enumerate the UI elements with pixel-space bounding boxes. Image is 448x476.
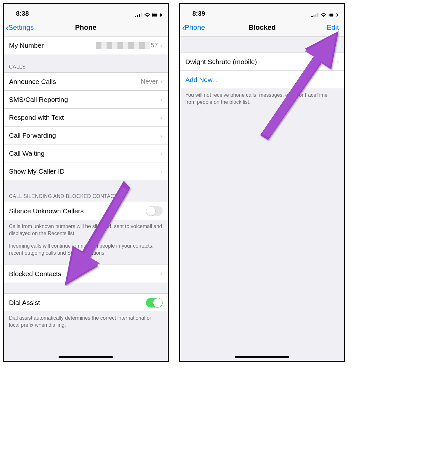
my-number-label: My Number (9, 42, 96, 49)
respond-with-text-row[interactable]: Respond with Text › (4, 108, 168, 126)
chevron-right-icon: › (160, 150, 163, 157)
battery-icon (152, 13, 162, 17)
blocked-entry-label: Dwight Schrute (mobile) (185, 58, 337, 66)
show-caller-id-row[interactable]: Show My Caller ID › (4, 162, 168, 180)
nav-bar: ‹ Settings Phone (4, 19, 168, 37)
dial-assist-row[interactable]: Dial Assist (4, 293, 168, 311)
chevron-right-icon: › (160, 132, 163, 139)
silence-unknown-label: Silence Unknown Callers (9, 207, 146, 215)
call-waiting-row[interactable]: Call Waiting › (4, 144, 168, 162)
call-forwarding-label: Call Forwarding (9, 132, 160, 139)
silence-toggle[interactable] (146, 206, 163, 216)
nav-bar: ‹ Phone Blocked Edit (180, 19, 344, 37)
redacted-number (96, 42, 150, 49)
svg-rect-12 (317, 13, 318, 17)
chevron-right-icon: › (160, 42, 163, 49)
silence-footer-2: Incoming calls will continue to ring fro… (4, 241, 168, 261)
chevron-right-icon: › (160, 270, 163, 277)
screenshot-right: 8:39 ‹ Phone Blocked Edit Dwight Schrute… (179, 3, 345, 362)
status-bar: 8:39 (180, 4, 344, 19)
add-new-row[interactable]: Add New... (180, 70, 344, 88)
svg-rect-10 (313, 15, 315, 17)
svg-rect-0 (135, 16, 136, 17)
svg-rect-2 (139, 14, 140, 17)
respond-with-text-label: Respond with Text (9, 114, 160, 121)
svg-rect-9 (311, 16, 313, 17)
svg-rect-15 (337, 14, 338, 16)
cellular-icon (311, 13, 318, 17)
announce-calls-value: Never (141, 78, 158, 85)
call-forwarding-row[interactable]: Call Forwarding › (4, 126, 168, 144)
blocked-contacts-label: Blocked Contacts (9, 270, 160, 278)
status-bar: 8:38 (4, 4, 168, 19)
my-number-row[interactable]: My Number 57 › (4, 37, 168, 54)
back-button[interactable]: ‹ Settings (6, 23, 34, 32)
home-indicator (59, 356, 113, 358)
status-icons (311, 13, 338, 17)
silence-section-header: CALL SILENCING AND BLOCKED CONTACTS (4, 180, 168, 202)
wifi-icon (144, 13, 150, 17)
status-time: 8:38 (10, 10, 29, 17)
my-number-value: 57 (96, 42, 158, 49)
back-label: Phone (185, 23, 205, 32)
svg-rect-1 (137, 15, 138, 17)
svg-rect-14 (330, 14, 333, 17)
home-indicator (235, 356, 289, 358)
svg-rect-5 (153, 14, 157, 17)
announce-calls-row[interactable]: Announce Calls Never › (4, 72, 168, 90)
back-label: Settings (8, 23, 34, 32)
chevron-right-icon: › (160, 168, 163, 175)
dial-assist-label: Dial Assist (9, 299, 146, 307)
chevron-right-icon: › (337, 58, 339, 65)
blocked-contacts-row[interactable]: Blocked Contacts › (4, 265, 168, 283)
call-waiting-label: Call Waiting (9, 150, 160, 157)
edit-button[interactable]: Edit (327, 23, 342, 32)
svg-rect-6 (161, 14, 162, 16)
status-icons (135, 13, 162, 17)
silence-unknown-row[interactable]: Silence Unknown Callers (4, 202, 168, 220)
chevron-right-icon: › (160, 96, 163, 103)
calls-section-header: CALLS (4, 54, 168, 72)
cellular-icon (135, 13, 142, 17)
battery-icon (329, 13, 338, 17)
screenshot-left: 8:38 ‹ Settings Phone My Number 57 › CAL… (3, 3, 169, 362)
chevron-right-icon: › (160, 114, 163, 121)
status-time: 8:39 (186, 10, 205, 17)
silence-footer-1: Calls from unknown numbers will be silen… (4, 220, 168, 241)
wifi-icon (320, 13, 327, 17)
sms-call-reporting-label: SMS/Call Reporting (9, 96, 160, 103)
show-caller-id-label: Show My Caller ID (9, 168, 160, 175)
back-button[interactable]: ‹ Phone (182, 23, 205, 32)
sms-call-reporting-row[interactable]: SMS/Call Reporting › (4, 90, 168, 108)
add-new-label: Add New... (185, 76, 339, 84)
chevron-right-icon: › (160, 78, 163, 85)
dial-assist-footer: Dial assist automatically determines the… (4, 311, 168, 333)
dial-assist-toggle[interactable] (146, 298, 163, 308)
svg-rect-11 (315, 14, 316, 17)
announce-calls-label: Announce Calls (9, 78, 141, 86)
blocked-entry-row[interactable]: Dwight Schrute (mobile) › (180, 53, 344, 70)
svg-rect-3 (141, 13, 142, 17)
blocked-footer: You will not receive phone calls, messag… (180, 88, 344, 110)
